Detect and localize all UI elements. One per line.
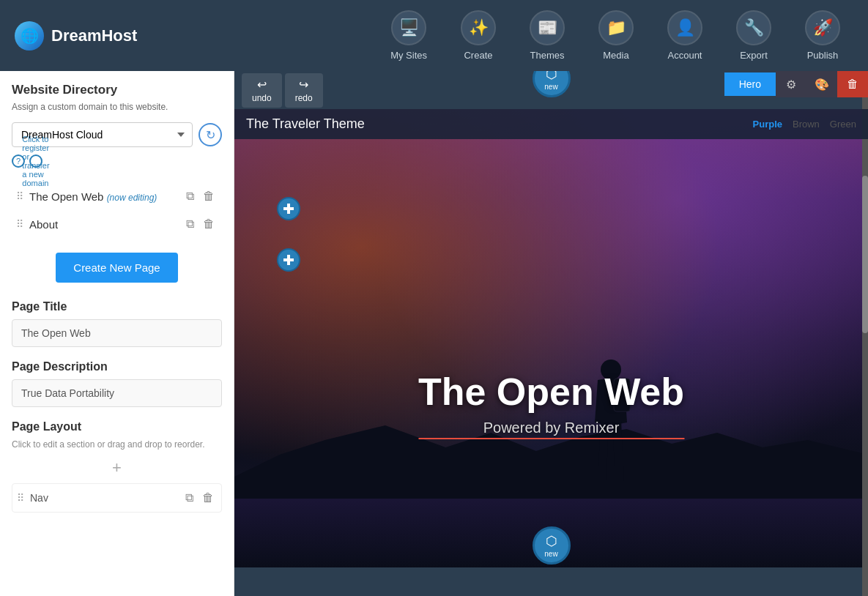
my-sites-icon: 🖥️ bbox=[391, 10, 426, 45]
nav-label-publish: Publish bbox=[807, 50, 839, 61]
new-bottom-button[interactable]: ⬡ new bbox=[533, 526, 571, 565]
theme-name-bar: The Traveler Theme Purple Brown Green bbox=[234, 109, 868, 139]
hero-subtitle: Powered by Remixer bbox=[418, 420, 684, 439]
hero-title: The Open Web bbox=[418, 370, 684, 414]
nav-label-media: Media bbox=[603, 50, 628, 61]
drag-handle-about-icon: ⠿ bbox=[16, 218, 23, 230]
section-delete-button[interactable]: 🗑 bbox=[837, 71, 868, 97]
add-section-button[interactable]: + bbox=[112, 458, 122, 477]
hero-text-area: The Open Web Powered by Remixer bbox=[418, 370, 684, 439]
redo-icon: ↪ bbox=[299, 78, 308, 92]
page-layout-label: Page Layout bbox=[12, 420, 222, 433]
nav-section-item[interactable]: ⠿ Nav ⧉ 🗑 bbox=[12, 483, 222, 513]
publish-icon: 🚀 bbox=[805, 10, 840, 45]
register-domain-link[interactable]: ? Click to register or transfer a new do… bbox=[12, 154, 222, 168]
editing-badge: (now editing) bbox=[107, 193, 157, 203]
create-icon: ✨ bbox=[461, 10, 496, 45]
new-bottom-icon: ⬡ bbox=[546, 533, 557, 549]
redo-button[interactable]: ↪ redo bbox=[285, 73, 323, 108]
account-icon: 👤 bbox=[667, 10, 702, 45]
logo-area: 🌐 DreamHost bbox=[15, 21, 377, 51]
refresh-button[interactable]: ↻ bbox=[199, 123, 222, 146]
nav-icons: 🖥️ My Sites ✨ Create 📰 Themes 📁 Media 👤 … bbox=[377, 4, 853, 67]
copy-page-button[interactable]: ⧉ bbox=[183, 188, 197, 204]
nav-item-themes[interactable]: 📰 Themes bbox=[516, 4, 578, 67]
nav-label-create: Create bbox=[464, 50, 492, 61]
new-icon: ⬡ bbox=[546, 71, 557, 82]
right-scrollbar[interactable] bbox=[862, 71, 868, 596]
nav-item-publish[interactable]: 🚀 Publish bbox=[792, 4, 853, 67]
sidebar-subtitle: Assign a custom domain to this website. bbox=[12, 102, 222, 112]
section-settings-button[interactable]: ⚙ bbox=[776, 71, 806, 97]
nav-label-my-sites: My Sites bbox=[390, 50, 427, 61]
main-layout: Website Directory Assign a custom domain… bbox=[0, 71, 868, 596]
copy-section-button[interactable]: ⧉ bbox=[182, 490, 196, 506]
editor-toolbar: ⬡ new ↩ undo ↪ redo Hero ⚙ 🎨 🗑 bbox=[234, 71, 868, 109]
drag-handle-icon: ⠿ bbox=[16, 190, 23, 202]
theme-color-brown[interactable]: Brown bbox=[793, 119, 820, 130]
page-name-open-web: The Open Web (now editing) bbox=[29, 190, 177, 203]
theme-name: The Traveler Theme bbox=[246, 116, 365, 132]
hero-preview: The Open Web Powered by Remixer ⬡ new bbox=[234, 109, 868, 567]
nav-label-export: Export bbox=[740, 50, 768, 61]
section-item-actions: ⧉ 🗑 bbox=[182, 490, 217, 506]
media-icon: 📁 bbox=[598, 10, 634, 45]
nav-item-media[interactable]: 📁 Media bbox=[585, 4, 647, 67]
page-name-about: About bbox=[29, 218, 177, 231]
export-icon: 🔧 bbox=[736, 10, 771, 45]
section-drag-handle-icon: ⠿ bbox=[17, 492, 24, 504]
delete-section-button[interactable]: 🗑 bbox=[199, 490, 217, 506]
hero-section-tab[interactable]: Hero bbox=[724, 72, 776, 96]
delete-page-button[interactable]: 🗑 bbox=[200, 188, 218, 204]
theme-color-green[interactable]: Green bbox=[830, 119, 856, 130]
nav-item-export[interactable]: 🔧 Export bbox=[723, 4, 784, 67]
app-name: DreamHost bbox=[51, 26, 137, 45]
page-actions-open-web: ⧉ 🗑 bbox=[183, 188, 218, 204]
new-bottom-label: new bbox=[544, 550, 557, 558]
add-element-button-1[interactable] bbox=[277, 197, 300, 220]
register-domain-text: Click to register or transfer a new doma… bbox=[29, 154, 42, 168]
sidebar: Website Directory Assign a custom domain… bbox=[0, 71, 234, 596]
top-navigation: 🌐 DreamHost 🖥️ My Sites ✨ Create 📰 Theme… bbox=[0, 0, 868, 71]
add-section-row: + bbox=[12, 458, 222, 477]
nav-item-create[interactable]: ✨ Create bbox=[448, 4, 509, 67]
page-item-about[interactable]: ⠿ About ⧉ 🗑 bbox=[12, 210, 222, 238]
add-element-button-2[interactable] bbox=[277, 248, 300, 272]
content-area: ⬡ new ↩ undo ↪ redo Hero ⚙ 🎨 🗑 The T bbox=[234, 71, 868, 596]
nav-label-themes: Themes bbox=[530, 50, 565, 61]
page-title-input[interactable] bbox=[12, 319, 222, 347]
theme-color-options: Purple Brown Green bbox=[753, 119, 856, 130]
section-item-name: Nav bbox=[30, 492, 177, 504]
page-layout-subtitle: Click to edit a section or drag and drop… bbox=[12, 439, 222, 450]
new-top-button[interactable]: ⬡ new bbox=[533, 71, 571, 97]
undo-button[interactable]: ↩ undo bbox=[242, 73, 282, 108]
page-title-label: Page Title bbox=[12, 300, 222, 313]
copy-about-button[interactable]: ⧉ bbox=[183, 216, 197, 232]
section-selector: Hero ⚙ 🎨 🗑 bbox=[724, 71, 868, 97]
nav-item-my-sites[interactable]: 🖥️ My Sites bbox=[377, 4, 440, 67]
page-description-label: Page Description bbox=[12, 360, 222, 373]
create-new-page-button[interactable]: Create New Page bbox=[56, 253, 177, 283]
dreamhost-logo-icon: 🌐 bbox=[15, 21, 44, 51]
redo-label: redo bbox=[295, 93, 313, 103]
new-btn-top: ⬡ new bbox=[533, 71, 571, 97]
themes-icon: 📰 bbox=[530, 10, 565, 45]
page-list: ⠿ The Open Web (now editing) ⧉ 🗑 ⠿ About… bbox=[12, 182, 222, 238]
page-description-input[interactable] bbox=[12, 379, 222, 407]
page-layout-section: Page Layout Click to edit a section or d… bbox=[12, 420, 222, 513]
new-top-label: new bbox=[544, 83, 557, 91]
sidebar-title: Website Directory bbox=[12, 83, 222, 97]
scrollbar-thumb[interactable] bbox=[862, 176, 868, 333]
nav-label-account: Account bbox=[668, 50, 702, 61]
theme-color-purple[interactable]: Purple bbox=[753, 119, 782, 130]
new-btn-bottom: ⬡ new bbox=[533, 526, 571, 565]
undo-icon: ↩ bbox=[257, 78, 267, 92]
nav-item-account[interactable]: 👤 Account bbox=[654, 4, 716, 67]
undo-label: undo bbox=[252, 93, 272, 103]
delete-about-button[interactable]: 🗑 bbox=[200, 216, 218, 232]
section-palette-button[interactable]: 🎨 bbox=[806, 71, 837, 97]
page-actions-about: ⧉ 🗑 bbox=[183, 216, 218, 232]
